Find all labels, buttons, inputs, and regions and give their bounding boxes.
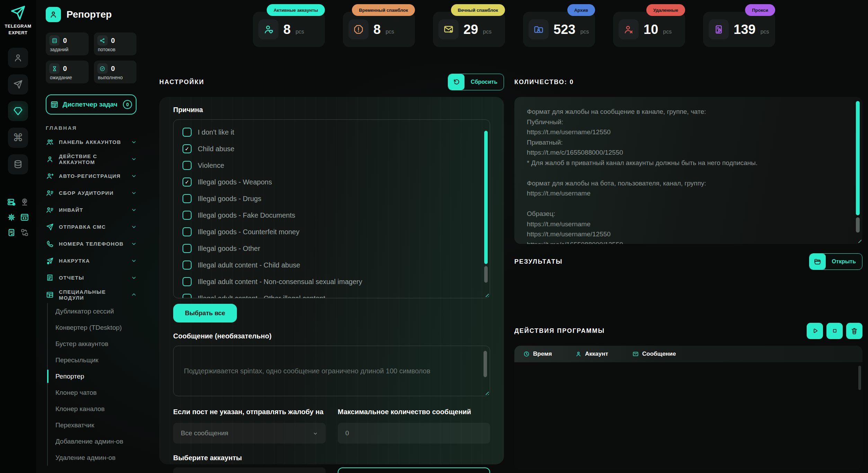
- max-messages-input[interactable]: 0: [338, 423, 490, 444]
- play-button[interactable]: [807, 323, 823, 339]
- targets-textarea[interactable]: Формат для жалобы на сообщение в канале,…: [514, 97, 862, 244]
- choose-accounts-button[interactable]: Выбрать аккаунты: [338, 467, 490, 473]
- send-plus-icon: [46, 257, 54, 265]
- stop-button[interactable]: [826, 323, 843, 339]
- select-all-button[interactable]: Выбрать все: [173, 304, 237, 322]
- server-check-icon[interactable]: [7, 198, 16, 207]
- reason-checkbox-row[interactable]: Illegal adult content - Other illegal co…: [183, 290, 469, 298]
- reason-checkbox-row[interactable]: Illegal adult content - Child abuse: [183, 257, 469, 273]
- submenu-item[interactable]: Клонер каналов: [55, 401, 136, 417]
- app-logo: TELEGRAM EXPERT: [5, 5, 32, 35]
- fallback-select[interactable]: Все сообщения: [173, 423, 326, 444]
- nav-item-auto-registration[interactable]: АВТО-РЕГИСТРАЦИЯ: [46, 167, 136, 184]
- settings-section: НАСТРОЙКИ Сбросить Причина I don't like …: [159, 73, 504, 470]
- open-results-button[interactable]: Открыть: [809, 253, 862, 270]
- submenu-item[interactable]: Пересыльщик: [55, 352, 136, 368]
- stat-card-done: 0 выполнено: [94, 61, 137, 83]
- submenu-item[interactable]: Бустер аккаунтов: [55, 336, 136, 352]
- reason-checkbox-row[interactable]: Illegal goods - Weapons: [183, 174, 469, 190]
- checkbox[interactable]: [183, 144, 192, 153]
- nav-item-invite[interactable]: ИНВАЙТ: [46, 201, 136, 218]
- targets-section: КОЛИЧЕСТВО: 0 Формат для жалобы на сообщ…: [514, 73, 862, 470]
- checkbox[interactable]: [183, 261, 192, 270]
- submenu-item[interactable]: Перехватчик: [55, 417, 136, 433]
- rail-database-button[interactable]: [8, 154, 28, 174]
- account-stats-row: Активные аккаунты 8 pcs Временный спамбл…: [253, 4, 862, 47]
- scrollbar-thumb[interactable]: [858, 366, 861, 390]
- user-x-icon: [619, 19, 639, 39]
- checkbox[interactable]: [183, 161, 192, 170]
- checkbox[interactable]: [183, 128, 192, 137]
- reason-checkbox-row[interactable]: Violence: [183, 157, 469, 174]
- settings-card: Причина I don't like it Child abuse Viol…: [159, 97, 504, 464]
- checkbox[interactable]: [183, 178, 192, 187]
- scrollbar-thumb[interactable]: [484, 131, 488, 264]
- mail-check-icon: [632, 351, 639, 357]
- submenu-item[interactable]: Конвертер (TDesktop): [55, 319, 136, 336]
- nav-item-special-modules[interactable]: СПЕЦИАЛЬНЫЕ МОДУЛИ: [46, 286, 136, 303]
- resize-grip[interactable]: [484, 292, 489, 297]
- tasks-label: заданий: [50, 47, 85, 52]
- status-badge: Вечный спамблок: [451, 4, 505, 16]
- resize-grip[interactable]: [857, 238, 861, 243]
- user-icon: [46, 155, 54, 163]
- checkbox[interactable]: [183, 277, 192, 286]
- program-actions-table: Время Аккаунт Сообщение: [514, 346, 862, 470]
- nav-item-phone-numbers[interactable]: НОМЕРА ТЕЛЕФОНОВ: [46, 235, 136, 252]
- task-list-icon: [49, 35, 60, 46]
- rail-premium-button[interactable]: [8, 101, 28, 121]
- submenu-item[interactable]: Удаление админ-ов: [55, 449, 136, 466]
- scrollbar-thumb[interactable]: [856, 101, 860, 215]
- nav-item-sms-sending[interactable]: ОТПРАВКА СМС: [46, 218, 136, 235]
- task-manager-button[interactable]: Диспетчер задач 0: [46, 94, 136, 115]
- reason-checkbox-row[interactable]: Illegal goods - Drugs: [183, 190, 469, 207]
- alert-octagon-icon: [348, 19, 369, 39]
- submenu-item[interactable]: Добавление админ-ов: [55, 433, 136, 449]
- checkbox[interactable]: [183, 211, 192, 220]
- stop-icon: [831, 327, 838, 334]
- gear-icon[interactable]: [7, 213, 16, 222]
- nav-item-boosting[interactable]: НАКРУТКА: [46, 252, 136, 269]
- reset-button[interactable]: Сбросить: [448, 74, 504, 90]
- checkbox[interactable]: [183, 227, 192, 236]
- accounts-count-input[interactable]: 0: [173, 467, 326, 473]
- document-check-icon[interactable]: [7, 228, 16, 237]
- nav-item-reports[interactable]: ОТЧЕТЫ: [46, 269, 136, 286]
- resize-grip[interactable]: [484, 390, 489, 395]
- swap-icon[interactable]: [20, 228, 29, 237]
- logo-line2: EXPERT: [5, 30, 32, 35]
- checkbox[interactable]: [183, 194, 192, 203]
- send-plane-icon: [13, 80, 23, 89]
- modules-window-icon: [46, 291, 54, 299]
- rail-command-button[interactable]: ⌘: [8, 128, 28, 148]
- chevron-down-icon: [131, 207, 136, 212]
- delete-button[interactable]: [846, 323, 862, 339]
- stat-archive: Архив 523 pcs: [523, 4, 595, 47]
- scrollbar-track[interactable]: [856, 217, 860, 233]
- reason-checkbox-row[interactable]: Illegal goods - Other: [183, 240, 469, 257]
- checkbox[interactable]: [183, 294, 192, 298]
- chevron-down-icon: [131, 258, 136, 263]
- submenu-item[interactable]: Клонер чатов: [55, 384, 136, 401]
- reason-checkbox-row[interactable]: Illegal goods - Counterfeit money: [183, 224, 469, 240]
- submenu-item-reporter[interactable]: Репортер: [55, 368, 136, 384]
- scrollbar-track[interactable]: [484, 266, 488, 283]
- submenu-item[interactable]: Дубликатор сессий: [55, 303, 136, 319]
- webcam-icon[interactable]: [20, 198, 29, 207]
- reason-checkbox-row[interactable]: Child abuse: [183, 140, 469, 157]
- reason-checkbox-row[interactable]: I don't like it: [183, 124, 469, 140]
- code-window-icon[interactable]: [20, 213, 29, 222]
- nav-item-audience-collection[interactable]: СБОР АУДИТОРИИ: [46, 184, 136, 201]
- nav-item-account-action[interactable]: ДЕЙСТВИЕ С АККАУНТОМ: [46, 151, 136, 167]
- stat-active-accounts: Активные аккаунты 8 pcs: [253, 4, 325, 47]
- task-manager-label: Диспетчер задач: [63, 101, 117, 108]
- reason-checkbox-row[interactable]: Illegal goods - Fake Documents: [183, 207, 469, 224]
- scrollbar-thumb[interactable]: [484, 351, 487, 377]
- rail-send-button[interactable]: [8, 74, 28, 94]
- message-textarea[interactable]: Поддерживается spintax, одно сообщение о…: [173, 346, 490, 396]
- rail-accounts-button[interactable]: [8, 48, 28, 68]
- table-header: Время Аккаунт Сообщение: [514, 346, 862, 362]
- reason-checkbox-row[interactable]: Illegal adult content - Non-consensual s…: [183, 273, 469, 290]
- nav-item-accounts-panel[interactable]: ПАНЕЛЬ АККАУНТОВ: [46, 134, 136, 151]
- checkbox[interactable]: [183, 244, 192, 253]
